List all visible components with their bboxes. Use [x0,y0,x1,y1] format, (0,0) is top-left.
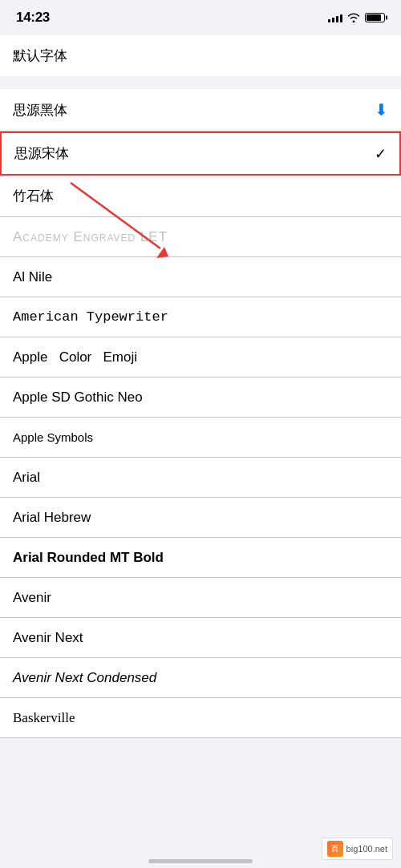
font-name-al-nile: Al Nile [13,269,52,285]
font-item-avenir-condensed[interactable]: Avenir Next Condensed [0,658,401,698]
watermark-logo: 百 [327,841,343,857]
watermark: 百 big100.net [322,838,393,860]
font-name-zhushi: 竹石体 [13,187,54,205]
font-name-avenir: Avenir [13,590,51,606]
font-item-arial-rounded[interactable]: Arial Rounded MT Bold [0,538,401,578]
font-name-baskerville: Baskerville [13,710,75,726]
font-item-arial[interactable]: Arial [0,458,401,498]
font-item-baskerville[interactable]: Baskerville [0,698,401,738]
font-name-apple-symbols: Apple Symbols [13,430,93,444]
default-font-section: 默认字体 [0,35,401,76]
font-name-avenir-next: Avenir Next [13,630,83,646]
font-name-arial-rounded: Arial Rounded MT Bold [13,550,164,566]
font-name-arial: Arial [13,470,40,486]
font-item-arial-hebrew[interactable]: Arial Hebrew [0,498,401,538]
font-list: 思源黑体 ⬇ 思源宋体 ✓ 竹石体 Academy Engraved LET A… [0,89,401,738]
font-name-apple-color-emoji: Apple Color Emoji [13,349,137,365]
font-name-apple-sd-gothic: Apple SD Gothic Neo [13,390,143,406]
font-item-apple-sd-gothic[interactable]: Apple SD Gothic Neo [0,377,401,418]
font-item-avenir[interactable]: Avenir [0,578,401,618]
status-bar: 14:23 [0,0,401,35]
font-item-apple-symbols[interactable]: Apple Symbols [0,418,401,458]
font-item-american-typewriter[interactable]: American Typewriter [0,297,401,337]
font-name-academy: Academy Engraved LET [13,229,168,245]
default-font-label: 默认字体 [13,48,67,63]
default-font-item: 默认字体 [0,35,401,76]
status-time: 14:23 [16,10,50,26]
check-icon: ✓ [375,145,387,163]
watermark-text: big100.net [346,844,387,854]
font-name-siyuan-hei: 思源黑体 [13,101,67,119]
signal-icon [328,13,342,22]
font-name-siyuan-song: 思源宋体 [14,144,69,163]
status-icons [328,13,385,22]
font-item-zhushi[interactable]: 竹石体 [0,176,401,217]
font-name-avenir-condensed: Avenir Next Condensed [13,670,156,686]
font-item-siyuan-song[interactable]: 思源宋体 ✓ [0,131,401,176]
battery-fill [367,14,381,21]
download-icon: ⬇ [375,100,388,119]
battery-icon [365,13,385,22]
home-indicator [148,859,253,863]
wifi-icon [347,13,360,22]
font-name-american-typewriter: American Typewriter [13,309,168,325]
font-item-avenir-next[interactable]: Avenir Next [0,618,401,658]
font-item-al-nile[interactable]: Al Nile [0,257,401,297]
font-item-siyuan-hei[interactable]: 思源黑体 ⬇ [0,89,401,131]
font-name-arial-hebrew: Arial Hebrew [13,510,91,526]
font-item-apple-color-emoji[interactable]: Apple Color Emoji [0,337,401,377]
font-item-academy[interactable]: Academy Engraved LET [0,217,401,257]
section-gap-1 [0,83,401,89]
